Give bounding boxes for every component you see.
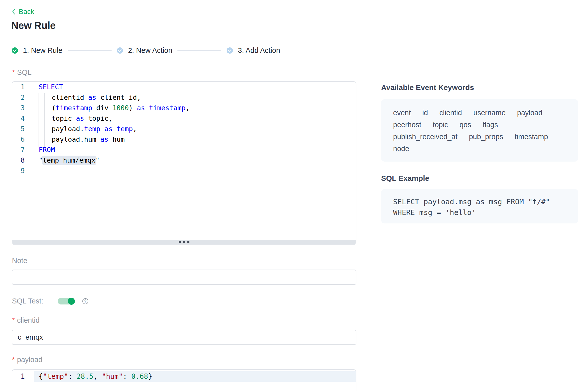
sql-example-line: SELECT payload.msg as msg FROM "t/#" [393, 196, 566, 207]
page-title: New Rule [11, 20, 56, 31]
payload-code-editor[interactable]: 1{"temp": 28.5, "hum": 0.68} [12, 369, 356, 391]
step-check-icon [227, 47, 233, 54]
toggle-knob [68, 298, 75, 305]
code-line-content: (timestamp div 1000) as timestamp, [39, 103, 190, 113]
event-keyword: timestamp [515, 133, 548, 141]
line-number: 8 [12, 155, 25, 166]
code-line-content: SELECT [39, 82, 63, 92]
required-asterisk: * [12, 356, 15, 364]
required-asterisk: * [12, 316, 15, 324]
note-input[interactable] [12, 270, 356, 285]
code-line: 9 [12, 166, 356, 176]
step-label: 1. New Rule [23, 46, 62, 55]
keyword-row: eventidclientidusernamepayload [393, 107, 566, 119]
event-keyword: clientid [440, 109, 462, 117]
line-number: 4 [12, 113, 25, 124]
sql-example-title: SQL Example [381, 174, 429, 183]
keyword-row: node [393, 143, 566, 155]
sql-example-line: WHERE msg = 'hello' [393, 207, 566, 218]
resize-dot [179, 241, 181, 243]
help-icon[interactable]: ? [82, 298, 88, 304]
step-label: 2. New Action [128, 46, 172, 55]
indent-guide [38, 93, 38, 147]
code-line: 1{"temp": 28.5, "hum": 0.68} [12, 371, 356, 382]
code-line: 4topic as topic, [12, 113, 356, 124]
resize-dot [187, 241, 189, 243]
event-keyword: node [393, 145, 409, 153]
sql-test-label: SQL Test: [12, 297, 43, 305]
payload-field-label: * payload [12, 356, 42, 364]
event-keyword: peerhost [393, 121, 421, 129]
event-keyword: publish_received_at [393, 133, 457, 141]
event-keyword: qos [459, 121, 471, 129]
back-label: Back [19, 8, 34, 16]
event-keyword: pub_props [469, 133, 503, 141]
stepper-step[interactable]: 2. New Action [117, 46, 172, 55]
line-number: 2 [12, 92, 25, 103]
clientid-field-label: * clientid [12, 316, 40, 324]
step-connector [177, 50, 221, 51]
event-keyword: topic [433, 121, 448, 129]
line-number: 5 [12, 124, 25, 134]
code-line-content: payload.hum as hum [39, 134, 125, 145]
step-check-icon [117, 47, 123, 54]
sql-test-toggle[interactable] [58, 298, 75, 304]
keywords-panel: eventidclientidusernamepayloadpeerhostto… [381, 99, 578, 162]
code-line: 6payload.hum as hum [12, 134, 356, 145]
code-line-content: {"temp": 28.5, "hum": 0.68} [39, 371, 152, 382]
code-line-content: "temp_hum/emqx" [39, 155, 100, 166]
step-label: 3. Add Action [238, 46, 280, 55]
line-number: 1 [12, 371, 25, 382]
chevron-left-icon [12, 9, 15, 15]
line-number: 9 [12, 166, 25, 176]
step-connector [68, 50, 112, 51]
event-keyword: event [393, 109, 411, 117]
line-number: 3 [12, 103, 25, 113]
stepper-step[interactable]: 3. Add Action [227, 46, 280, 55]
stepper: 1. New Rule2. New Action3. Add Action [12, 46, 280, 55]
sql-code-editor[interactable]: 1SELECT2clientid as client_id,3(timestam… [12, 81, 356, 245]
required-asterisk: * [12, 68, 15, 77]
step-check-icon [12, 47, 18, 54]
line-number: 6 [12, 134, 25, 145]
code-line-content: clientid as client_id, [39, 92, 141, 103]
resize-dot [183, 241, 185, 243]
sql-field-label: * SQL [12, 68, 31, 77]
sql-example-panel: SELECT payload.msg as msg FROM "t/#"WHER… [381, 189, 578, 223]
code-line-content: payload.temp as temp, [39, 124, 137, 134]
stepper-step[interactable]: 1. New Rule [12, 46, 62, 55]
keywords-panel-title: Available Event Keywords [381, 83, 474, 92]
back-link[interactable]: Back [12, 8, 34, 16]
clientid-input[interactable]: c_emqx [12, 330, 356, 345]
code-line-content: topic as topic, [39, 113, 113, 124]
event-keyword: flags [483, 121, 498, 129]
line-number: 1 [12, 82, 25, 92]
indent-guide [44, 93, 45, 147]
keyword-row: publish_received_atpub_propstimestamp [393, 131, 566, 143]
code-line: 2clientid as client_id, [12, 92, 356, 103]
keyword-row: peerhosttopicqosflags [393, 119, 566, 131]
code-line-content: FROM [39, 145, 55, 155]
code-line: 3(timestamp div 1000) as timestamp, [12, 103, 356, 113]
event-keyword: username [473, 109, 506, 117]
event-keyword: id [422, 109, 428, 117]
code-line: 8"temp_hum/emqx" [12, 155, 356, 166]
code-line: 5payload.temp as temp, [12, 124, 356, 134]
code-line: 1SELECT [12, 82, 356, 92]
note-field-label: Note [12, 257, 27, 265]
code-line: 7FROM [12, 145, 356, 155]
line-number: 7 [12, 145, 25, 155]
editor-resize-handle[interactable] [12, 240, 356, 244]
event-keyword: payload [517, 109, 543, 117]
